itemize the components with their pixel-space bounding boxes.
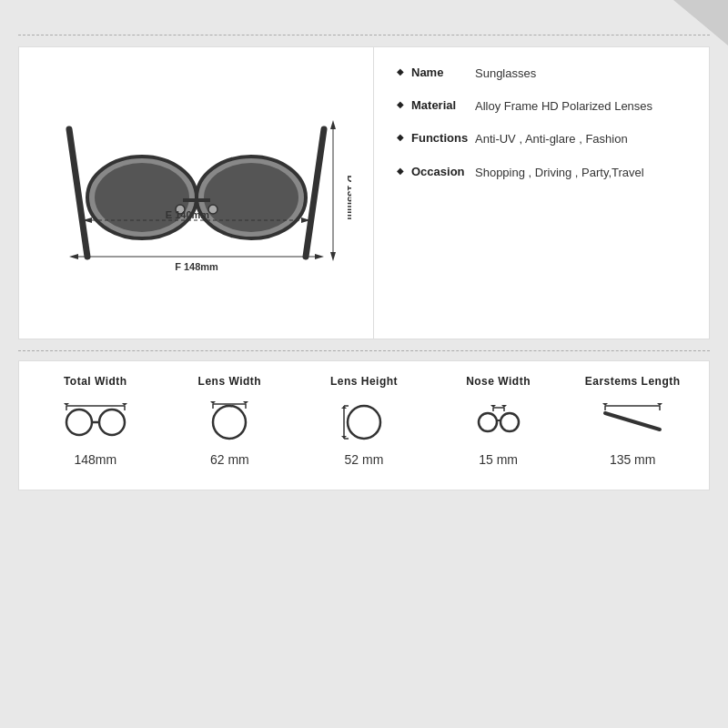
measurement-label: Lens Width	[198, 375, 262, 388]
measurement-icon-earstems-length	[596, 395, 669, 445]
measurement-value: 135 mm	[610, 452, 656, 467]
spec-value: Shopping , Driving , Party,Travel	[475, 165, 644, 181]
divider-bottom	[18, 350, 710, 351]
specs-area: ◆ Name Sunglasses ◆ Material Alloy Frame…	[374, 47, 709, 339]
spec-row: ◆ Occasion Shopping , Driving , Party,Tr…	[397, 165, 686, 181]
measurement-col: Nose Width 15 mm	[440, 375, 558, 467]
svg-point-22	[99, 410, 125, 435]
measurement-label: Total Width	[64, 375, 127, 388]
svg-line-1	[306, 129, 324, 257]
spec-value: Alloy Frame HD Polarized Lenses	[475, 98, 652, 115]
svg-point-42	[500, 413, 519, 431]
header	[0, 0, 728, 18]
svg-text:E 140mm: E 140mm	[165, 209, 209, 220]
svg-point-3	[95, 163, 189, 232]
spec-value: Sunglasses	[475, 66, 536, 82]
spec-diamond: ◆	[397, 66, 404, 76]
measurement-label: Nose Width	[466, 375, 531, 388]
measurement-value: 62 mm	[210, 452, 249, 467]
measurement-value: 15 mm	[479, 452, 518, 467]
measurement-value: 148mm	[74, 452, 116, 467]
measurement-value: 52 mm	[345, 452, 384, 467]
measurement-icon-nose-width	[462, 395, 535, 445]
spec-value: Anti-UV , Anti-glare , Fashion	[475, 131, 628, 147]
measurement-col: Earstems Length 135 mm	[573, 375, 692, 467]
svg-point-41	[479, 413, 497, 431]
spec-label: Material	[411, 98, 475, 112]
spec-diamond: ◆	[397, 132, 404, 142]
svg-line-0	[69, 129, 87, 257]
svg-marker-15	[315, 254, 324, 259]
measurements-headers: Total Width 148mm Lens Width	[28, 375, 700, 467]
svg-point-8	[208, 205, 217, 214]
measurements-section: Total Width 148mm Lens Width	[18, 360, 710, 490]
svg-line-49	[605, 413, 660, 430]
spec-row: ◆ Material Alloy Frame HD Polarized Lens…	[397, 98, 686, 115]
svg-marker-19	[330, 252, 336, 261]
measurement-col: Total Width 148mm	[36, 375, 155, 467]
measurement-icon-lens-width	[193, 395, 266, 445]
divider-top	[18, 35, 710, 35]
svg-point-5	[204, 163, 298, 232]
brand-bar	[0, 18, 728, 31]
measurement-col: Lens Width 62 mm	[170, 375, 288, 467]
measurement-icon-total-width	[59, 395, 132, 445]
spec-label: Functions	[411, 131, 475, 145]
svg-marker-14	[69, 254, 78, 259]
main-content: E 140mm F 148mm D 135mm ◆ Name Sunglasse…	[18, 46, 710, 339]
svg-text:D 135mm: D 135mm	[346, 176, 351, 220]
sunglasses-diagram: E 140mm F 148mm D 135mm	[42, 66, 351, 320]
specs-container: ◆ Name Sunglasses ◆ Material Alloy Frame…	[397, 66, 686, 181]
spec-label: Occasion	[411, 165, 475, 178]
spec-label: Name	[411, 66, 475, 79]
svg-marker-18	[330, 120, 336, 129]
measurement-label: Lens Height	[330, 375, 398, 388]
product-image-area: E 140mm F 148mm D 135mm	[19, 47, 374, 339]
svg-point-29	[213, 406, 246, 439]
measurement-label: Earstems Length	[585, 375, 681, 388]
spec-diamond: ◆	[397, 166, 404, 176]
spec-row: ◆ Functions Anti-UV , Anti-glare , Fashi…	[397, 131, 686, 147]
svg-text:F 148mm: F 148mm	[175, 261, 218, 272]
svg-point-35	[348, 406, 380, 439]
svg-point-21	[66, 410, 92, 435]
spec-row: ◆ Name Sunglasses	[397, 66, 686, 82]
measurement-icon-lens-height	[328, 395, 400, 445]
measurement-col: Lens Height 52 mm	[305, 375, 423, 467]
corner-decoration	[673, 0, 728, 46]
spec-diamond: ◆	[397, 99, 404, 109]
